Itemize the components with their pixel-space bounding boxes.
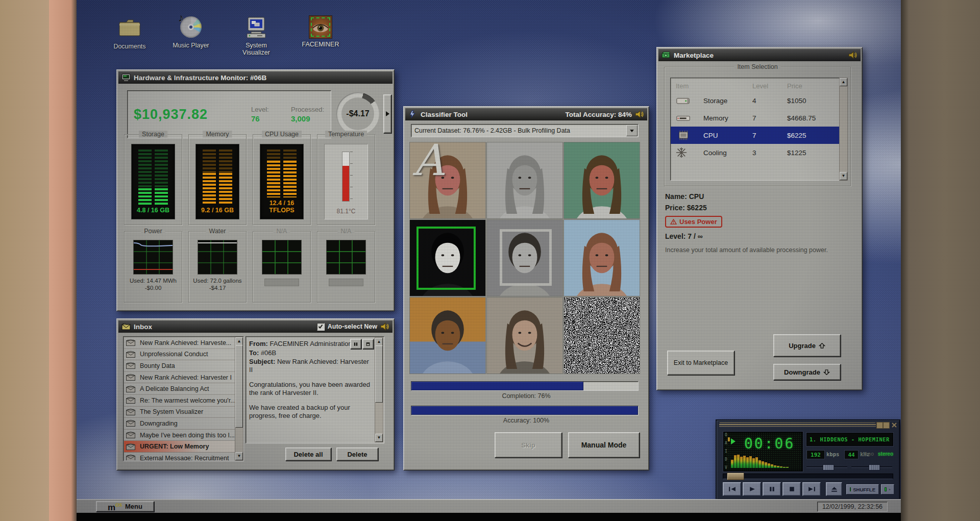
scroll-down-button[interactable]: ▼ <box>840 172 847 180</box>
desktop-icon-faceminer[interactable]: FACEMINER <box>297 15 344 48</box>
eject-button[interactable] <box>826 482 842 496</box>
delete-all-button[interactable]: Delete all <box>285 448 331 461</box>
track-title-display[interactable]: 1. HIDDENOS - HOPEMINER <4:17> <box>806 433 893 446</box>
inbox-item[interactable]: New Rank Achieved: Harveste... <box>124 337 235 349</box>
previous-button[interactable] <box>723 482 741 496</box>
marketplace-titlebar[interactable]: Marketplace <box>658 49 861 61</box>
inbox-titlebar[interactable]: Inbox Auto-select New <box>118 320 393 333</box>
classifier-title: Classifier Tool <box>421 111 468 118</box>
shuffle-led <box>850 487 851 491</box>
market-row-memory[interactable]: Memory7$4668.75 <box>671 109 847 127</box>
stop-button[interactable] <box>782 482 801 496</box>
chevron-down-icon <box>630 130 634 132</box>
inbox-item[interactable]: Bounty Data <box>124 360 235 372</box>
volume-slider[interactable] <box>806 464 847 469</box>
screen: Documents ♪ Music Player System Visualiz… <box>77 0 901 513</box>
market-list-header: Item Level Price <box>671 78 847 92</box>
repeat-toggle[interactable] <box>881 484 894 494</box>
inbox-item[interactable]: A Delicate Balancing Act <box>124 383 235 395</box>
mail-icon <box>126 455 136 460</box>
market-row-cooling[interactable]: Cooling3$1225 <box>671 144 847 161</box>
face-cell-8[interactable] <box>487 297 562 374</box>
face-cell-2[interactable] <box>487 142 562 218</box>
mail-icon <box>126 362 136 369</box>
scrollbar-thumb[interactable] <box>375 345 383 403</box>
dropdown-arrow-button[interactable] <box>626 125 638 136</box>
market-row-storage[interactable]: Storage4$1050 <box>671 92 847 109</box>
exit-marketplace-button[interactable]: Exit to Marketplace <box>667 351 734 375</box>
face-cell-6[interactable] <box>564 220 640 296</box>
pause-button[interactable] <box>763 482 781 496</box>
message-scrollbar[interactable]: ▲ ▼ <box>375 337 383 442</box>
inbox-item[interactable]: Downgrading <box>124 418 235 430</box>
level-stat: Level: 76 <box>251 106 291 123</box>
market-scrollbar[interactable]: ▲ ▼ <box>839 78 848 181</box>
face-cell-1[interactable]: A <box>410 142 485 218</box>
scroll-up-button[interactable]: ▲ <box>375 338 383 346</box>
hardware-monitor-titlebar[interactable]: Hardware & Infrastructure Monitor: #06B <box>118 71 393 84</box>
face-cell-5[interactable] <box>487 220 562 296</box>
inbox-item[interactable]: External Message: Recruitment <box>124 453 235 460</box>
inbox-item[interactable]: The System Visualizer <box>124 407 235 418</box>
inbox-item[interactable]: New Rank Achieved: Harvester I <box>124 372 235 384</box>
clutterbar[interactable]: OAIDV <box>725 433 727 470</box>
inbox-list: New Rank Achieved: Harveste...Unprofessi… <box>124 337 235 460</box>
desktop-icon-documents[interactable]: Documents <box>106 17 153 50</box>
water-chart <box>198 240 237 275</box>
warning-icon <box>670 219 677 225</box>
market-item-price: $4668.75 <box>787 114 842 122</box>
market-item-name: Memory <box>703 114 752 122</box>
message-popout-button[interactable] <box>362 339 374 349</box>
desktop-icon-music-player[interactable]: ♪ Music Player <box>167 15 214 49</box>
delete-button[interactable]: Delete <box>336 448 378 461</box>
inbox-item[interactable]: Maybe I've been doing this too l... <box>124 430 235 441</box>
completion-progress-bar <box>411 381 639 391</box>
inbox-scrollbar[interactable]: ▲ ▼ <box>235 337 243 461</box>
upgrade-button[interactable]: Upgrade <box>773 334 841 357</box>
dataset-dropdown[interactable]: Current Dataset: 76.76% - 2.42GB - Bulk … <box>411 124 639 137</box>
seek-handle[interactable] <box>727 473 744 480</box>
seek-bar[interactable] <box>723 474 893 479</box>
player-minimize-button[interactable] <box>876 422 883 429</box>
player-titlebar[interactable] <box>719 423 876 428</box>
inbox-item[interactable]: Re: The warmest welcome you'r... <box>124 395 235 407</box>
scrollbar-thumb[interactable] <box>235 345 243 428</box>
market-row-cpu[interactable]: CPU7$6225 <box>671 127 847 144</box>
player-display[interactable]: OAIDV 00:06 <box>723 432 803 472</box>
message-pause-button[interactable] <box>350 339 361 349</box>
autoselect-checkbox[interactable] <box>317 323 325 331</box>
detail-level: Level: 7 / ∞ <box>665 232 703 240</box>
scroll-down-button[interactable]: ▼ <box>375 434 383 442</box>
market-list-rows: Storage4$1050Memory7$4668.75CPU7$6225Coo… <box>671 92 847 161</box>
face-cell-3[interactable] <box>564 142 640 218</box>
player-close-button[interactable] <box>891 422 897 428</box>
taskbar-clock: 12/02/1999, 22:32:56 <box>817 502 888 512</box>
scroll-down-button[interactable]: ▼ <box>235 452 243 460</box>
thermometer: 81.1°C <box>324 144 368 219</box>
shuffle-toggle[interactable]: SHUFFLE <box>846 484 879 494</box>
play-button[interactable] <box>743 482 761 496</box>
next-button[interactable] <box>802 482 821 496</box>
marketplace-speaker-icon[interactable] <box>848 51 857 59</box>
accuracy-label: Accuracy: 100% <box>404 417 649 424</box>
noise-cell[interactable] <box>564 297 640 374</box>
manual-mode-button[interactable]: Manual Mode <box>568 432 640 458</box>
memory-gauge: Memory 9.2 / 16 GB <box>188 134 247 225</box>
desktop-icon-system-visualizer[interactable]: System Visualizer <box>233 16 280 56</box>
face-cell-4[interactable] <box>410 220 485 296</box>
inbox-item[interactable]: Unprofessional Conduct <box>124 349 235 361</box>
classifier-titlebar[interactable]: Classifier Tool Total Accuracy: 84% <box>405 108 647 120</box>
stats-next-button[interactable] <box>383 94 391 133</box>
scroll-up-button[interactable]: ▲ <box>235 337 243 345</box>
downgrade-button[interactable]: Downgrade <box>773 364 841 380</box>
skip-button[interactable]: Skip <box>495 432 562 458</box>
balance-slider[interactable] <box>851 464 892 469</box>
menu-button[interactable]: mOS Menu <box>96 501 154 512</box>
mail-icon <box>126 397 136 404</box>
scroll-up-button[interactable]: ▲ <box>840 78 847 86</box>
classifier-speaker-icon[interactable] <box>635 110 644 118</box>
inbox-item[interactable]: URGENT: Low Memory <box>124 441 235 453</box>
inbox-speaker-icon[interactable] <box>380 322 389 331</box>
face-cell-7[interactable] <box>410 297 485 374</box>
player-shade-button[interactable] <box>883 422 890 429</box>
